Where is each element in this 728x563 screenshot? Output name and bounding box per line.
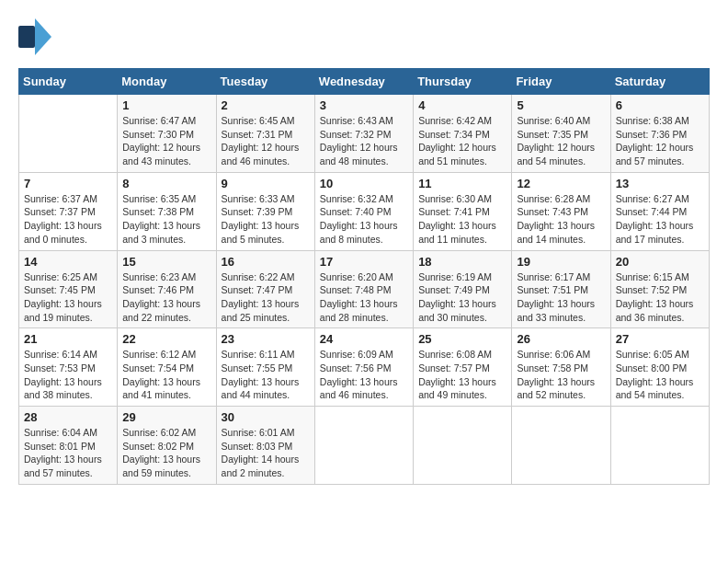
calendar-cell: 11Sunrise: 6:30 AM Sunset: 7:41 PM Dayli… [414,172,512,250]
day-number: 4 [418,98,506,112]
day-number: 30 [222,410,310,424]
day-info: Sunrise: 6:27 AM Sunset: 7:44 PM Dayligh… [616,192,704,247]
day-number: 7 [24,177,112,190]
day-info: Sunrise: 6:20 AM Sunset: 7:48 PM Dayligh… [320,270,408,325]
calendar-cell: 9Sunrise: 6:33 AM Sunset: 7:39 PM Daylig… [216,172,314,250]
day-header-monday: Monday [118,69,216,95]
day-info: Sunrise: 6:42 AM Sunset: 7:34 PM Dayligh… [418,114,506,168]
day-number: 3 [320,98,408,112]
logo-icon [18,18,51,55]
calendar-cell: 1Sunrise: 6:47 AM Sunset: 7:30 PM Daylig… [118,95,216,173]
calendar-cell [19,95,118,173]
svg-rect-0 [18,26,35,48]
day-number: 12 [517,177,605,190]
day-header-tuesday: Tuesday [216,69,314,95]
calendar-cell: 26Sunrise: 6:06 AM Sunset: 7:58 PM Dayli… [512,328,610,407]
day-header-sunday: Sunday [19,69,118,95]
calendar-week-1: 7Sunrise: 6:37 AM Sunset: 7:37 PM Daylig… [19,172,710,250]
calendar-table: SundayMondayTuesdayWednesdayThursdayFrid… [18,68,710,485]
day-number: 29 [122,410,210,424]
day-info: Sunrise: 6:45 AM Sunset: 7:31 PM Dayligh… [222,114,310,168]
day-info: Sunrise: 6:33 AM Sunset: 7:39 PM Dayligh… [222,192,310,247]
calendar-cell: 4Sunrise: 6:42 AM Sunset: 7:34 PM Daylig… [414,95,512,173]
day-number: 18 [418,255,506,269]
calendar-cell: 24Sunrise: 6:09 AM Sunset: 7:56 PM Dayli… [314,328,413,407]
calendar-cell: 25Sunrise: 6:08 AM Sunset: 7:57 PM Dayli… [414,328,512,407]
day-info: Sunrise: 6:04 AM Sunset: 8:01 PM Dayligh… [24,426,112,480]
svg-marker-1 [35,18,51,55]
calendar-cell: 22Sunrise: 6:12 AM Sunset: 7:54 PM Dayli… [118,328,216,407]
day-number: 20 [616,255,704,269]
calendar-cell: 5Sunrise: 6:40 AM Sunset: 7:35 PM Daylig… [512,95,610,173]
calendar-cell: 29Sunrise: 6:02 AM Sunset: 8:02 PM Dayli… [118,407,216,485]
calendar-cell: 18Sunrise: 6:19 AM Sunset: 7:49 PM Dayli… [414,250,512,328]
calendar-week-2: 14Sunrise: 6:25 AM Sunset: 7:45 PM Dayli… [19,250,710,328]
calendar-cell [414,407,512,485]
day-number: 2 [222,98,310,112]
day-number: 21 [24,332,112,346]
day-info: Sunrise: 6:12 AM Sunset: 7:54 PM Dayligh… [122,348,210,402]
day-header-thursday: Thursday [414,69,512,95]
calendar-cell: 2Sunrise: 6:45 AM Sunset: 7:31 PM Daylig… [216,95,314,173]
day-info: Sunrise: 6:06 AM Sunset: 7:58 PM Dayligh… [517,348,605,402]
day-number: 16 [222,255,310,269]
day-info: Sunrise: 6:22 AM Sunset: 7:47 PM Dayligh… [222,270,310,325]
day-number: 28 [24,410,112,424]
day-info: Sunrise: 6:08 AM Sunset: 7:57 PM Dayligh… [418,348,506,402]
day-number: 14 [24,255,112,269]
calendar-week-0: 1Sunrise: 6:47 AM Sunset: 7:30 PM Daylig… [19,95,710,173]
calendar-cell: 27Sunrise: 6:05 AM Sunset: 8:00 PM Dayli… [610,328,709,407]
calendar-week-3: 21Sunrise: 6:14 AM Sunset: 7:53 PM Dayli… [19,328,710,407]
day-info: Sunrise: 6:25 AM Sunset: 7:45 PM Dayligh… [24,270,112,325]
day-info: Sunrise: 6:38 AM Sunset: 7:36 PM Dayligh… [616,114,704,168]
day-number: 8 [122,177,210,190]
day-info: Sunrise: 6:30 AM Sunset: 7:41 PM Dayligh… [418,192,506,247]
day-number: 27 [616,332,704,346]
calendar-cell: 8Sunrise: 6:35 AM Sunset: 7:38 PM Daylig… [118,172,216,250]
calendar-cell [610,407,709,485]
day-info: Sunrise: 6:17 AM Sunset: 7:51 PM Dayligh… [517,270,605,325]
calendar-cell: 20Sunrise: 6:15 AM Sunset: 7:52 PM Dayli… [610,250,709,328]
day-number: 6 [616,98,704,112]
calendar-cell: 6Sunrise: 6:38 AM Sunset: 7:36 PM Daylig… [610,95,709,173]
day-info: Sunrise: 6:11 AM Sunset: 7:55 PM Dayligh… [222,348,310,402]
calendar-cell: 30Sunrise: 6:01 AM Sunset: 8:03 PM Dayli… [216,407,314,485]
day-number: 10 [320,177,408,190]
day-number: 23 [222,332,310,346]
day-info: Sunrise: 6:35 AM Sunset: 7:38 PM Dayligh… [122,192,210,247]
calendar-week-4: 28Sunrise: 6:04 AM Sunset: 8:01 PM Dayli… [19,407,710,485]
day-info: Sunrise: 6:14 AM Sunset: 7:53 PM Dayligh… [24,348,112,402]
day-info: Sunrise: 6:23 AM Sunset: 7:46 PM Dayligh… [122,270,210,325]
calendar-cell: 7Sunrise: 6:37 AM Sunset: 7:37 PM Daylig… [19,172,118,250]
day-info: Sunrise: 6:43 AM Sunset: 7:32 PM Dayligh… [320,114,408,168]
day-info: Sunrise: 6:15 AM Sunset: 7:52 PM Dayligh… [616,270,704,325]
day-number: 24 [320,332,408,346]
day-number: 25 [418,332,506,346]
calendar-cell: 23Sunrise: 6:11 AM Sunset: 7:55 PM Dayli… [216,328,314,407]
day-info: Sunrise: 6:05 AM Sunset: 8:00 PM Dayligh… [616,348,704,402]
calendar-cell [512,407,610,485]
calendar-cell: 15Sunrise: 6:23 AM Sunset: 7:46 PM Dayli… [118,250,216,328]
calendar-cell: 21Sunrise: 6:14 AM Sunset: 7:53 PM Dayli… [19,328,118,407]
day-number: 15 [122,255,210,269]
day-number: 11 [418,177,506,190]
day-info: Sunrise: 6:01 AM Sunset: 8:03 PM Dayligh… [222,426,310,480]
day-number: 13 [616,177,704,190]
calendar-cell [314,407,413,485]
calendar-header-row: SundayMondayTuesdayWednesdayThursdayFrid… [19,69,710,95]
day-number: 22 [122,332,210,346]
day-number: 17 [320,255,408,269]
day-info: Sunrise: 6:37 AM Sunset: 7:37 PM Dayligh… [24,192,112,247]
day-info: Sunrise: 6:47 AM Sunset: 7:30 PM Dayligh… [122,114,210,168]
calendar-cell: 12Sunrise: 6:28 AM Sunset: 7:43 PM Dayli… [512,172,610,250]
calendar-cell: 17Sunrise: 6:20 AM Sunset: 7:48 PM Dayli… [314,250,413,328]
day-info: Sunrise: 6:32 AM Sunset: 7:40 PM Dayligh… [320,192,408,247]
day-header-wednesday: Wednesday [314,69,413,95]
calendar-cell: 28Sunrise: 6:04 AM Sunset: 8:01 PM Dayli… [19,407,118,485]
day-info: Sunrise: 6:40 AM Sunset: 7:35 PM Dayligh… [517,114,605,168]
logo [18,18,55,59]
day-number: 5 [517,98,605,112]
calendar-cell: 13Sunrise: 6:27 AM Sunset: 7:44 PM Dayli… [610,172,709,250]
day-info: Sunrise: 6:09 AM Sunset: 7:56 PM Dayligh… [320,348,408,402]
day-info: Sunrise: 6:19 AM Sunset: 7:49 PM Dayligh… [418,270,506,325]
